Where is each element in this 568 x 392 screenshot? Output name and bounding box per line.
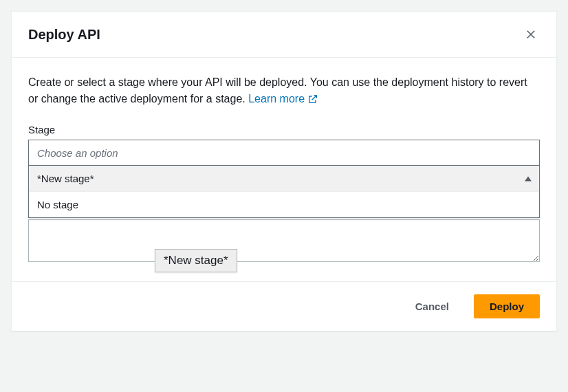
stage-option-no-stage[interactable]: No stage (29, 192, 539, 217)
modal-title: Deploy API (28, 27, 100, 43)
hover-tooltip: *New stage* (155, 249, 237, 272)
external-link-icon (307, 94, 318, 105)
deploy-api-modal: Deploy API Create or select a stage wher… (11, 11, 557, 331)
modal-header: Deploy API (12, 12, 556, 58)
modal-footer: Cancel Deploy (12, 281, 556, 331)
stage-select-wrapper: Choose an option *New stage* No stage (28, 140, 540, 218)
deploy-button[interactable]: Deploy (474, 294, 540, 318)
learn-more-link[interactable]: Learn more (248, 91, 318, 107)
caret-up-icon (525, 177, 532, 182)
stage-dropdown: *New stage* No stage (28, 166, 540, 218)
cancel-button[interactable]: Cancel (400, 295, 464, 318)
learn-more-label: Learn more (248, 91, 305, 107)
stage-option-new-stage[interactable]: *New stage* (29, 166, 539, 192)
modal-body: Create or select a stage where your API … (12, 58, 556, 281)
modal-description: Create or select a stage where your API … (28, 74, 540, 107)
stage-select[interactable]: Choose an option (28, 140, 540, 166)
deployment-description-input[interactable] (28, 219, 540, 262)
stage-label: Stage (28, 124, 540, 135)
close-icon (525, 28, 537, 41)
close-button[interactable] (522, 25, 540, 43)
stage-select-placeholder: Choose an option (37, 147, 118, 159)
